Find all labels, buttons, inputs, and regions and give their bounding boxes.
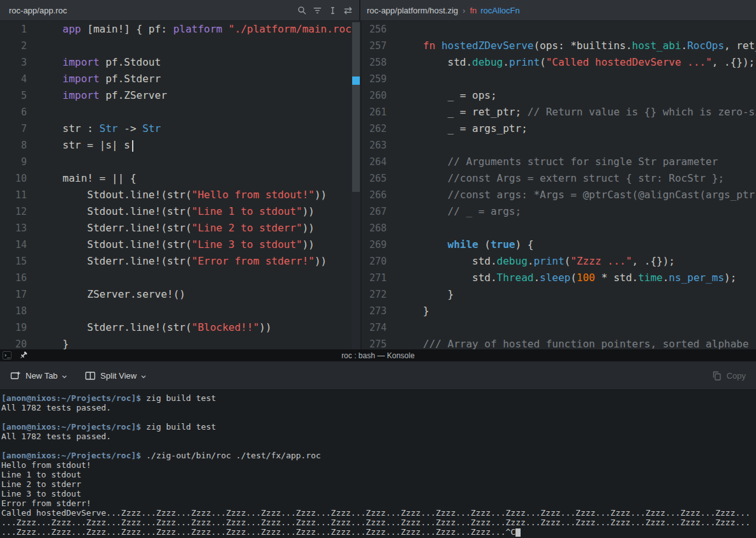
code-line-text: main! = || { xyxy=(34,170,137,187)
code-line-text: } xyxy=(394,286,454,303)
breadcrumb-path[interactable]: roc-app/platform/host.zig xyxy=(367,6,458,15)
code-line-text: _ = ret_ptr; // Return value is {} which… xyxy=(394,104,756,120)
code-line: 20} xyxy=(0,336,360,349)
code-area-left[interactable]: 1app [main!] { pf: platform "./platform/… xyxy=(0,21,360,349)
new-tab-icon xyxy=(10,370,21,381)
code-line: 273} xyxy=(362,303,756,319)
code-line: 12 Stdout.line!(str("Line 1 to stdout")) xyxy=(0,203,360,220)
line-number: 5 xyxy=(0,87,34,104)
code-line-text xyxy=(34,38,63,54)
line-number: 15 xyxy=(0,253,34,270)
line-number: 256 xyxy=(362,21,394,38)
editor-pane-left[interactable]: 1app [main!] { pf: platform "./platform/… xyxy=(0,21,360,349)
filter-icon[interactable] xyxy=(312,5,322,15)
code-line-text xyxy=(34,104,63,120)
code-line-text: //const args: *Args = @ptrCast(@alignCas… xyxy=(394,187,755,203)
editor-tab-bar: roc-app/app.roc roc-app/platform/host.zi… xyxy=(0,0,756,21)
copy-button[interactable]: Copy xyxy=(711,370,746,381)
line-number: 265 xyxy=(362,170,394,187)
line-number: 263 xyxy=(362,137,394,154)
code-line: 267 // _ = args; xyxy=(362,203,756,220)
code-line: 270 std.debug.print("Zzzz ...", .{}); xyxy=(362,253,756,270)
line-number: 9 xyxy=(0,154,34,170)
code-line-text: } xyxy=(34,336,69,349)
code-line: 5import pf.ZServer xyxy=(0,87,360,104)
code-line: 9 xyxy=(0,154,360,170)
left-scrollbar[interactable] xyxy=(352,21,360,349)
code-line: 274 xyxy=(362,319,756,336)
terminal-line: Error from stderr! xyxy=(1,498,755,508)
line-number: 269 xyxy=(362,236,394,253)
terminal-line: [anon@nixos:~/Projects/roc]$ ./zig-out/b… xyxy=(1,451,755,460)
line-number: 14 xyxy=(0,236,34,253)
copy-icon xyxy=(711,370,722,381)
line-number: 4 xyxy=(0,71,34,87)
code-line: 264 // Arguments struct for single Str p… xyxy=(362,154,756,170)
line-number: 10 xyxy=(0,170,34,187)
code-line: 263 xyxy=(362,137,756,154)
line-number: 262 xyxy=(362,120,394,137)
terminal-line: ...Zzzz...Zzzz...Zzzz...Zzzz...Zzzz...Zz… xyxy=(1,527,755,537)
terminal-line: Called hostedDevServe...Zzzz...Zzzz...Zz… xyxy=(1,508,755,518)
code-line-text: // Arguments struct for single Str param… xyxy=(394,154,718,170)
terminal-line: ...Zzzz...Zzzz...Zzzz...Zzzz...Zzzz...Zz… xyxy=(1,518,755,527)
code-line-text xyxy=(34,154,63,170)
code-line-text: Stdout.line!(str("Line 3 to stdout")) xyxy=(34,236,315,253)
breadcrumb-symbol-name[interactable]: rocAllocFn xyxy=(480,6,519,15)
line-number: 8 xyxy=(0,137,34,154)
kate-window: roc-app/app.roc roc-app/platform/host.zi… xyxy=(0,0,756,538)
code-line: 272 } xyxy=(362,286,756,303)
code-line: 19 Stderr.line!(str("Blocked!!")) xyxy=(0,319,360,336)
code-line: 256 xyxy=(362,21,756,38)
split-view-label: Split View xyxy=(100,371,137,381)
code-line: 269 while (true) { xyxy=(362,236,756,253)
code-line-text: str = |s| s xyxy=(34,137,133,154)
code-line: 18 xyxy=(0,303,360,319)
editor-pane-right[interactable]: 256257fn hostedZDevServe(ops: *builtins.… xyxy=(362,21,756,349)
line-number: 272 xyxy=(362,286,394,303)
breadcrumb-symbol-kind: fn xyxy=(470,6,477,15)
terminal-line xyxy=(1,441,755,451)
konsole-toolbar: New Tab Split View Copy xyxy=(0,361,756,390)
code-line-text: app [main!] { pf: platform "./platform/m… xyxy=(34,21,352,38)
code-line: 14 Stdout.line!(str("Line 3 to stdout")) xyxy=(0,236,360,253)
search-icon[interactable] xyxy=(297,5,307,15)
swap-icon[interactable] xyxy=(343,5,353,15)
new-tab-button[interactable]: New Tab xyxy=(10,370,67,381)
text-caret xyxy=(132,140,133,152)
line-number: 268 xyxy=(362,220,394,236)
line-number: 18 xyxy=(0,303,34,319)
code-line-text: while (true) { xyxy=(394,236,533,253)
tab-host-zig[interactable]: roc-app/platform/host.zig › fn rocAllocF… xyxy=(360,0,756,20)
code-line-text: ZServer.serve!() xyxy=(34,286,186,303)
code-line-text xyxy=(394,21,423,38)
code-line: 8str = |s| s xyxy=(0,137,360,154)
code-line: 3import pf.Stdout xyxy=(0,54,360,71)
editor-tab-icons xyxy=(297,0,353,20)
code-line: 260 _ = ops; xyxy=(362,87,756,104)
code-line: 2 xyxy=(0,38,360,54)
code-line-text xyxy=(394,319,423,336)
code-line-text: Stderr.line!(str("Error from stderr!")) xyxy=(34,253,327,270)
code-line-text: Stdout.line!(str("Hello from stdout!")) xyxy=(34,187,327,203)
terminal-output[interactable]: [anon@nixos:~/Projects/roc]$ zig build t… xyxy=(0,390,756,538)
text-cursor-icon[interactable] xyxy=(327,5,337,15)
code-line: 275/// Array of hosted function pointers… xyxy=(362,336,756,349)
line-number: 17 xyxy=(0,286,34,303)
code-line-text: /// Array of hosted function pointers, s… xyxy=(394,336,749,349)
code-line: 265 //const Args = extern struct { str: … xyxy=(362,170,756,187)
editor-split: 1app [main!] { pf: platform "./platform/… xyxy=(0,21,756,349)
line-number: 6 xyxy=(0,104,34,120)
terminal-line: All 1782 tests passed. xyxy=(1,432,755,441)
tab-title-left: roc-app/app.roc xyxy=(9,6,67,15)
code-line: 262 _ = args_ptr; xyxy=(362,120,756,137)
code-area-right[interactable]: 256257fn hostedZDevServe(ops: *builtins.… xyxy=(362,21,756,349)
terminal-line xyxy=(1,412,755,422)
split-view-button[interactable]: Split View xyxy=(85,370,146,381)
scrollbar-thumb[interactable] xyxy=(352,22,360,192)
pin-icon[interactable] xyxy=(19,351,28,360)
terminal-line: Hello from stdout! xyxy=(1,460,755,470)
line-number: 16 xyxy=(0,270,34,286)
line-number: 271 xyxy=(362,270,394,286)
tab-app-roc[interactable]: roc-app/app.roc xyxy=(0,0,360,20)
